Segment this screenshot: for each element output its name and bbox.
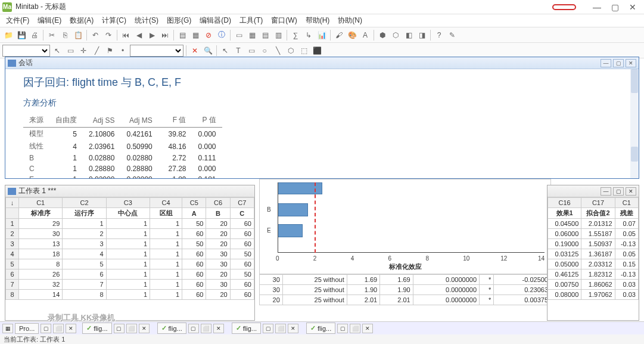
menu-window[interactable]: 窗口(W) — [267, 14, 300, 27]
text-tool-icon[interactable]: T — [232, 45, 244, 57]
scroll-thumb2[interactable] — [631, 147, 638, 162]
flag-icon[interactable]: ⚑ — [104, 45, 116, 57]
nav-first-icon[interactable]: ⏮ — [120, 29, 132, 41]
menu-calc[interactable]: 计算(C) — [98, 14, 130, 27]
region-icon[interactable]: ⬛ — [311, 45, 323, 57]
copy-icon[interactable]: ⎘ — [59, 29, 71, 41]
session-minimize[interactable]: — — [601, 59, 611, 67]
table-row[interactable]: 0.080001.970620.03 — [548, 290, 639, 300]
session-header[interactable]: 会话 — ▢ ✕ — [5, 57, 639, 69]
col-header[interactable]: C17 — [581, 198, 615, 208]
right-grid-header[interactable]: — ▢ ✕ — [547, 185, 639, 197]
worksheet-header[interactable]: 工作表 1 *** — [5, 185, 254, 197]
nav-next-icon[interactable]: ▶ — [146, 29, 158, 41]
session-icon[interactable]: ▤ — [176, 29, 188, 41]
marker-icon[interactable]: ⬚ — [298, 45, 310, 57]
col-header[interactable]: C16 — [548, 198, 581, 208]
table-row[interactable]: 3025 without1.901.900.0000000*0.23063 — [260, 285, 551, 295]
col-label[interactable]: 区组 — [150, 208, 182, 219]
col-header[interactable]: C1 — [19, 198, 63, 208]
table-row[interactable]: 3025 without1.691.690.0000000*-0.02500 — [260, 275, 551, 285]
show-project-icon[interactable]: ▥ — [272, 29, 284, 41]
col-label[interactable]: 标准序 — [19, 208, 63, 219]
tab-max[interactable]: ⬜ — [201, 324, 211, 333]
col-label[interactable]: 拟合值2 — [581, 208, 615, 219]
tab-restore[interactable]: ▢ — [263, 324, 273, 333]
col-label[interactable]: 运行序 — [63, 208, 106, 219]
col-header[interactable]: C3 — [106, 198, 150, 208]
table-row[interactable]: 230211602060 — [6, 229, 254, 239]
tab-close[interactable]: ✕ — [213, 324, 224, 333]
table-row[interactable]: 0.031251.361870.05 — [548, 249, 639, 259]
rg-close[interactable]: ✕ — [626, 187, 636, 196]
stat-tool3-icon[interactable]: ◧ — [403, 29, 415, 41]
close-button[interactable]: ✕ — [624, 1, 642, 13]
table-row[interactable]: 0.007501.860620.03 — [548, 280, 639, 290]
tab-graph[interactable]: ✓flig... — [82, 323, 111, 334]
menu-editor[interactable]: 编辑器(D) — [196, 14, 235, 27]
palette-icon[interactable]: 🎨 — [346, 29, 358, 41]
table-row[interactable]: 418411603050 — [6, 249, 254, 259]
col-header[interactable]: C4 — [150, 198, 182, 208]
cut-icon[interactable]: ✂ — [46, 29, 58, 41]
chart-icon[interactable]: 📊 — [316, 29, 328, 41]
point-icon[interactable]: • — [117, 45, 129, 57]
zoom-icon[interactable]: 🔍 — [202, 45, 214, 57]
col-header[interactable]: C7 — [230, 198, 254, 208]
nav-prev-icon[interactable]: ◀ — [133, 29, 145, 41]
table-row[interactable]: 0.190001.50937-0.13 — [548, 239, 639, 249]
minimize-button[interactable]: — — [588, 1, 606, 13]
help-icon[interactable]: ? — [433, 29, 445, 41]
pointer-icon[interactable]: ↖ — [51, 45, 63, 57]
font-icon[interactable]: A — [359, 29, 371, 41]
tab-graph[interactable]: ✓flig... — [157, 323, 186, 334]
worksheet-icon[interactable]: ▦ — [189, 29, 201, 41]
maximize-button[interactable]: ▢ — [606, 1, 624, 13]
save-icon[interactable]: 💾 — [15, 29, 27, 41]
circle-tool-icon[interactable]: ○ — [259, 45, 270, 57]
menu-file[interactable]: 文件(F) — [2, 14, 33, 27]
table-row[interactable]: 2025 without2.012.010.0000000*0.00375 — [260, 295, 551, 305]
stop-icon[interactable]: ⊘ — [203, 29, 214, 41]
tab-max[interactable]: ⬜ — [350, 324, 360, 333]
col-header[interactable]: C6 — [206, 198, 230, 208]
tab-restore1[interactable]: ▢ — [41, 324, 51, 333]
stat-tool4-icon[interactable]: ◨ — [416, 29, 428, 41]
element-combo[interactable] — [130, 45, 183, 57]
stat-tool2-icon[interactable]: ⬡ — [390, 29, 402, 41]
print-icon[interactable]: 🖨 — [29, 29, 41, 41]
tab-max[interactable]: ⬜ — [275, 324, 286, 333]
tab-restore[interactable]: ▢ — [114, 324, 125, 333]
col-label[interactable]: 中心点 — [106, 208, 150, 219]
col-label[interactable]: B — [206, 208, 230, 219]
table-row[interactable]: 626611602050 — [6, 269, 254, 280]
right-grid[interactable]: C16C17C1 效果1拟合值2残差 0.045002.013120.070.0… — [547, 197, 639, 300]
redo-icon[interactable]: ↷ — [102, 29, 114, 41]
session-close[interactable]: ✕ — [626, 59, 636, 67]
diag-tool-icon[interactable]: ╲ — [272, 45, 284, 57]
session-scrollbar[interactable] — [630, 69, 639, 178]
crosshair-icon[interactable]: ✛ — [77, 45, 89, 57]
col-label[interactable]: 残差 — [615, 208, 638, 219]
paste-icon[interactable]: 📋 — [72, 29, 84, 41]
worksheet-grid[interactable]: ↓C1C2C3C4C5C6C7 标准序运行序中心点区组ABC 129111502… — [5, 197, 254, 300]
tab-close[interactable]: ✕ — [362, 324, 373, 333]
tab-close[interactable]: ✕ — [288, 324, 298, 333]
tab-graph[interactable]: ✓flig... — [306, 323, 335, 334]
table-row[interactable]: 0.045002.013120.07 — [548, 219, 639, 229]
polyline-icon[interactable]: ⬡ — [285, 45, 297, 57]
tab-project[interactable]: Pro... — [15, 323, 39, 334]
delete-icon[interactable]: ✕ — [189, 45, 201, 57]
rect-tool-icon[interactable]: ▭ — [245, 45, 257, 57]
arrow-icon[interactable]: ↖ — [219, 45, 231, 57]
menu-tools[interactable]: 工具(T) — [236, 14, 266, 27]
table-row[interactable]: 129111502060 — [6, 219, 254, 229]
table-row[interactable]: 814811602060 — [6, 290, 254, 300]
rg-minimize[interactable]: — — [601, 187, 611, 196]
undo-icon[interactable]: ↶ — [89, 29, 101, 41]
menu-help[interactable]: 帮助(H) — [302, 14, 334, 27]
tab-max1[interactable]: ⬜ — [53, 324, 64, 333]
table-row[interactable]: 0.461251.82312-0.13 — [548, 269, 639, 280]
scroll-thumb[interactable] — [631, 69, 638, 93]
menu-edit[interactable]: 编辑(E) — [34, 14, 65, 27]
